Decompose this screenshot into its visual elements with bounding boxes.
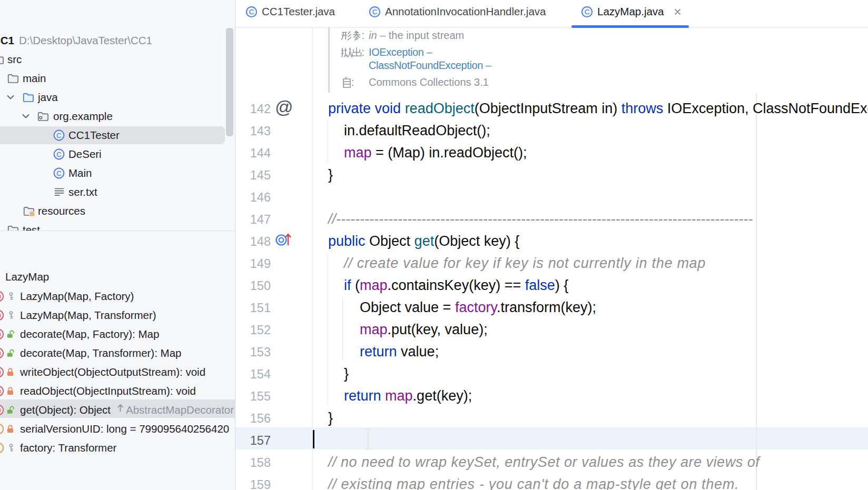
- svg-text:C: C: [249, 8, 254, 16]
- svg-text:m: m: [0, 349, 1, 357]
- svg-text:m: m: [0, 331, 1, 338]
- svg-text:m: m: [0, 368, 1, 376]
- svg-text:C: C: [372, 8, 378, 16]
- svg-text:m: m: [0, 293, 1, 300]
- svg-text:m: m: [0, 406, 1, 414]
- svg-text:C: C: [56, 132, 61, 139]
- svg-text:m: m: [0, 387, 1, 395]
- svg-text:C: C: [56, 151, 61, 158]
- svg-text:m: m: [0, 312, 1, 319]
- svg-text:C: C: [585, 8, 590, 16]
- svg-text:C: C: [56, 169, 61, 177]
